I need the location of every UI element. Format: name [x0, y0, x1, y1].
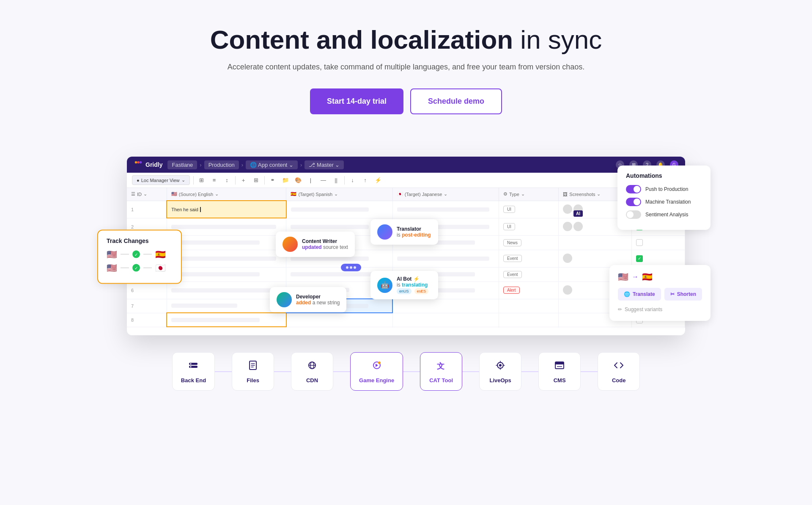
cell-target-es-1[interactable]: [286, 201, 392, 218]
text-cursor: [200, 207, 201, 212]
toolbar-grid-icon[interactable]: ⊞: [252, 176, 261, 185]
translate-btn-label: Translate: [633, 291, 655, 297]
liveops-label: LiveOps: [490, 377, 511, 384]
cell-target-es-8[interactable]: [286, 313, 392, 327]
toolbar-columns-icon[interactable]: ⊞: [197, 176, 206, 185]
cell-target-jp-9[interactable]: [392, 327, 499, 328]
breadcrumb-app-content[interactable]: 🌐 App content ⌄: [246, 160, 298, 169]
cell-source-5[interactable]: [167, 267, 286, 281]
toolbar-loc-manager-view[interactable]: ● Loc Manager View ⌄: [132, 175, 190, 185]
tag-event-2: Event: [503, 271, 522, 278]
tool-files[interactable]: Files: [232, 352, 274, 391]
track-changes-row-1: 🇺🇸 ✓ 🇪🇸: [107, 249, 173, 259]
shorten-button[interactable]: ✂ Shorten: [664, 288, 702, 301]
developer-action-verb: added: [296, 300, 311, 306]
suggest-row[interactable]: ✏ Suggest variants: [618, 305, 702, 314]
cell-ready-3[interactable]: [632, 235, 685, 250]
connector-7: [581, 371, 598, 372]
cell-source-6[interactable]: [167, 281, 286, 299]
col-header-type[interactable]: ⚙ Type ⌄: [499, 188, 558, 201]
app-navbar: Gridly Fastlane › Production › 🌐 App con…: [127, 157, 685, 173]
toolbar-add-icon[interactable]: ＋: [239, 176, 248, 185]
toolbar-color-icon[interactable]: 🎨: [294, 176, 303, 185]
toggle-sentiment-analysis[interactable]: [626, 210, 641, 219]
col-screenshots-chevron: ⌄: [597, 191, 601, 197]
game-engine-icon: [371, 359, 383, 374]
gridly-logo-icon: [134, 160, 143, 169]
blurred-text: [291, 225, 368, 229]
cell-type-1: UI: [499, 201, 558, 218]
tool-cms[interactable]: CMS: [538, 352, 581, 391]
ai-action-row: 🌐 Translate ✂ Shorten: [618, 288, 702, 301]
writer-name: Content Writer: [302, 238, 348, 244]
cell-target-jp-4[interactable]: [392, 250, 499, 267]
hero-title-light: in sync: [513, 25, 602, 54]
breadcrumb-master[interactable]: ⎇ Master ⌄: [304, 160, 344, 169]
toolbar-filter-icon[interactable]: ≡: [210, 176, 219, 185]
tool-cat[interactable]: 文 CAT Tool: [420, 352, 462, 391]
tag-event-1: Event: [503, 255, 522, 262]
col-header-id[interactable]: ☰ ID ⌄: [127, 188, 167, 201]
cell-ready-4[interactable]: ✓: [632, 250, 685, 267]
cell-source-9[interactable]: [167, 327, 286, 328]
blurred-text: [171, 318, 260, 322]
screenshot-avatar-6: [563, 285, 572, 295]
toolbar-download-icon[interactable]: ↓: [348, 176, 357, 185]
chat-dot-1: [346, 266, 348, 269]
ready-empty-3[interactable]: [636, 239, 643, 246]
translate-button[interactable]: 🌐 Translate: [618, 288, 661, 301]
tool-code[interactable]: Code: [598, 352, 640, 391]
schedule-demo-button[interactable]: Schedule demo: [410, 88, 502, 114]
cell-source-3[interactable]: [167, 235, 286, 250]
cell-type-6: Alert: [499, 281, 558, 299]
arrow-line-1: [121, 254, 129, 255]
toggle-thumb-1: [634, 186, 640, 193]
toolbar-folder-icon[interactable]: 📁: [281, 176, 290, 185]
breadcrumb-fastlane[interactable]: Fastlane: [167, 160, 197, 169]
cell-target-jp-8[interactable]: [392, 313, 499, 327]
connector-2: [274, 371, 291, 372]
cell-target-es-9[interactable]: [286, 327, 392, 328]
tool-backend[interactable]: Back End: [172, 352, 215, 391]
toolbar-link-icon[interactable]: ⚭: [268, 176, 277, 185]
cell-source-7[interactable]: [167, 299, 286, 313]
writer-avatar: [283, 237, 298, 252]
col-header-source[interactable]: 🇺🇸 (Source) English ⌄: [167, 188, 286, 201]
toolbar-row-icon[interactable]: —: [319, 176, 328, 185]
col-type-icon: ⚙: [503, 191, 508, 197]
cell-source-8[interactable]: [167, 313, 286, 327]
cell-target-jp-1[interactable]: [392, 201, 499, 218]
toggle-machine-translation[interactable]: [626, 198, 641, 206]
cell-source-1[interactable]: Then he said: [167, 201, 286, 218]
breadcrumb-production[interactable]: Production: [204, 160, 239, 169]
col-header-target-es[interactable]: 🇪🇸 (Target) Spanish ⌄: [286, 188, 392, 201]
toolbar-col-icon[interactable]: |: [306, 176, 315, 185]
toggle-push-to-production[interactable]: [626, 185, 641, 193]
flag-es-1: 🇪🇸: [155, 249, 166, 259]
bottom-tools: Back End Files CDN Game Engine 文 CAT Too…: [0, 335, 812, 399]
breadcrumb-sep-2: ›: [241, 162, 243, 168]
ai-panel-arrow: →: [632, 273, 639, 281]
cell-target-jp-7[interactable]: [392, 299, 499, 313]
tool-cdn[interactable]: CDN: [291, 352, 333, 391]
translator-name: Translator: [397, 226, 431, 232]
toolbar-upload-icon[interactable]: ↑: [361, 176, 370, 185]
ready-checked-4[interactable]: ✓: [636, 255, 643, 262]
table-row: 4 Event ✓: [127, 250, 685, 267]
start-trial-button[interactable]: Start 14-day trial: [310, 88, 403, 114]
cell-source-2[interactable]: [167, 218, 286, 235]
toolbar-col2-icon[interactable]: ||: [332, 176, 341, 185]
shorten-btn-label: Shorten: [677, 291, 696, 297]
toolbar-sort-icon[interactable]: ↕: [222, 176, 232, 185]
app-logo-text: Gridly: [145, 161, 162, 168]
tool-liveops[interactable]: LiveOps: [479, 352, 521, 391]
col-header-target-jp[interactable]: 🇯🇵 (Target) Japanese ⌄: [392, 188, 499, 201]
toolbar-search-icon[interactable]: ⚡: [373, 176, 383, 185]
cell-ready-9[interactable]: [632, 327, 685, 328]
tool-game-engine[interactable]: Game Engine: [350, 352, 403, 391]
automations-panel: Automations Push to Production Machine T…: [617, 166, 710, 230]
cell-source-4[interactable]: [167, 250, 286, 267]
col-screenshots-label: Screenshots: [569, 192, 595, 197]
automation-row-mt: Machine Translation: [626, 198, 702, 206]
cell-screenshots-9: [559, 327, 632, 328]
